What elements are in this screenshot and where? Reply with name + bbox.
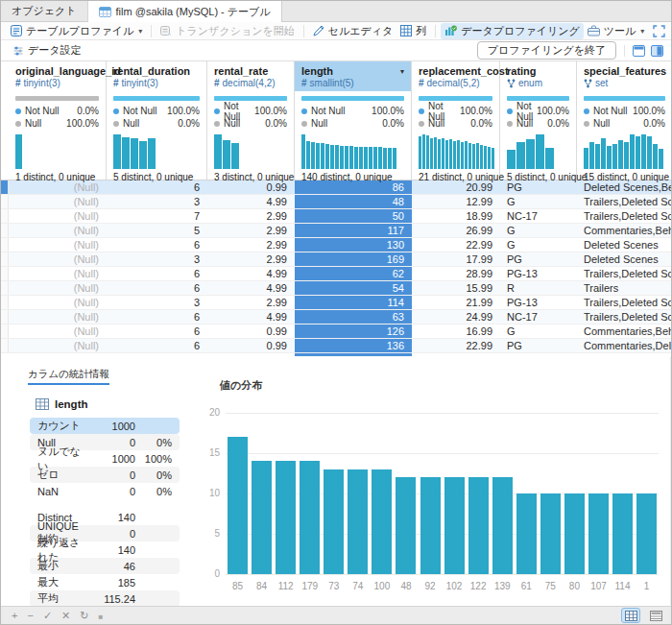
row-handle[interactable] xyxy=(1,224,9,237)
cell[interactable]: 63 xyxy=(295,310,412,324)
cell[interactable]: PG xyxy=(500,252,577,266)
data-settings-button[interactable]: データ設定 xyxy=(9,42,85,59)
panel-bottom-icon[interactable] xyxy=(633,45,645,57)
row-handle[interactable] xyxy=(1,195,9,208)
cell[interactable]: 2.99 xyxy=(207,252,295,266)
cell[interactable]: (Null) xyxy=(9,195,107,208)
cell[interactable]: (Null) xyxy=(9,325,107,338)
row-handle[interactable] xyxy=(1,296,9,309)
cell[interactable]: Commentaries,Deleted Sc xyxy=(577,339,671,352)
column-header[interactable]: rental_duration#tinyint(3) xyxy=(107,61,206,91)
cell[interactable]: 6 xyxy=(107,180,207,194)
table-row[interactable]: (Null)72.995018.99NC-17Trailers,Deleted … xyxy=(1,209,671,224)
cell[interactable]: 12.99 xyxy=(412,195,500,208)
cancel-icon[interactable]: ✕ xyxy=(61,610,70,621)
record-view-button[interactable] xyxy=(646,608,665,623)
stat-row[interactable]: 最小46 xyxy=(30,558,180,574)
cell[interactable]: G xyxy=(500,238,577,252)
row-handle[interactable] xyxy=(1,339,9,352)
cell[interactable]: 86 xyxy=(295,180,412,194)
cell[interactable]: 21.99 xyxy=(412,296,500,309)
cell[interactable]: Commentaries,Behind the xyxy=(577,325,671,338)
cell[interactable]: 5 xyxy=(107,224,207,237)
cell[interactable]: 0.99 xyxy=(207,325,295,338)
table-row[interactable]: (Null)62.9913022.99GDeleted Scenes xyxy=(1,238,671,252)
grid-view-button[interactable] xyxy=(621,608,640,623)
apply-icon[interactable]: ✓ xyxy=(43,610,52,621)
profile-card-length[interactable]: length▾#smallint(5)Not Null100.0%Null0.0… xyxy=(295,61,412,180)
cell[interactable]: (Null) xyxy=(9,310,107,324)
table-row[interactable]: (Null)64.995415.99RTrailers xyxy=(1,281,671,296)
cell[interactable]: 2.99 xyxy=(207,209,295,223)
row-handle[interactable] xyxy=(1,238,9,252)
row-handle[interactable] xyxy=(1,252,9,266)
cell[interactable]: Trailers,Deleted Scenes xyxy=(577,310,671,324)
cell[interactable]: 24.99 xyxy=(412,310,500,324)
cell[interactable]: 136 xyxy=(295,339,412,352)
cell[interactable]: PG-13 xyxy=(500,267,577,280)
cell[interactable]: 2.99 xyxy=(207,296,295,309)
column-menu-caret-icon[interactable]: ▾ xyxy=(400,67,404,76)
cell[interactable]: Deleted Scenes xyxy=(577,238,671,252)
add-icon[interactable]: + xyxy=(12,610,17,621)
panel-right-icon[interactable] xyxy=(651,45,663,57)
stat-row[interactable]: NaN00% xyxy=(30,483,180,499)
cell[interactable]: PG-13 xyxy=(500,296,577,309)
cell[interactable]: 54 xyxy=(295,281,412,295)
cell[interactable]: 4.99 xyxy=(207,310,295,324)
cell[interactable]: 26.99 xyxy=(412,224,500,237)
cell[interactable]: 6 xyxy=(107,267,207,280)
cell[interactable]: 6 xyxy=(107,310,207,324)
cell[interactable]: 2.99 xyxy=(207,224,295,237)
table-profile-button[interactable]: テーブルプロファイル ▾ xyxy=(7,23,146,39)
finish-profiling-button[interactable]: プロファイリングを終了 xyxy=(477,41,616,60)
cell[interactable]: 130 xyxy=(295,238,412,252)
cell[interactable]: (Null) xyxy=(9,267,107,280)
cell[interactable]: Deleted Scenes xyxy=(577,252,671,266)
cell-editor-button[interactable]: セルエディタ xyxy=(309,23,397,39)
row-handle[interactable] xyxy=(1,267,9,280)
column-header[interactable]: length▾#smallint(5) xyxy=(295,61,411,91)
cell[interactable]: (Null) xyxy=(9,209,107,223)
cell[interactable]: (Null) xyxy=(9,281,107,295)
cell[interactable]: R xyxy=(500,281,577,295)
cell[interactable]: Deleted Scenes,Behind the xyxy=(577,180,671,194)
cell[interactable]: 18.99 xyxy=(412,209,500,223)
stop-icon[interactable]: ■ xyxy=(99,613,104,621)
cell[interactable]: NC-17 xyxy=(500,310,577,324)
row-handle[interactable] xyxy=(1,310,9,324)
table-row[interactable]: (Null)60.9913622.99PGCommentaries,Delete… xyxy=(1,339,671,353)
cell[interactable]: (Null) xyxy=(9,339,107,352)
table-row[interactable]: (Null)34.994812.99GTrailers,Deleted Scen… xyxy=(1,195,671,209)
cell[interactable]: 6 xyxy=(107,339,207,352)
column-header[interactable]: original_language_id#tinyint(3) xyxy=(9,61,106,91)
profile-card-rental_rate[interactable]: rental_rate#decimal(4,2)Not Null100.0%Nu… xyxy=(207,61,295,180)
cell[interactable]: 114 xyxy=(295,296,412,309)
stat-row[interactable]: ゼロ00% xyxy=(30,467,180,483)
tab-column-statistics[interactable]: カラムの統計情報 xyxy=(28,368,109,385)
cell[interactable]: 7 xyxy=(107,209,207,223)
cell[interactable]: (Null) xyxy=(9,296,107,309)
cell[interactable]: 4.99 xyxy=(207,267,295,280)
cell[interactable]: 16.99 xyxy=(412,325,500,338)
column-header[interactable]: ratingenum xyxy=(500,61,576,91)
cell[interactable]: 3 xyxy=(107,296,207,309)
cell[interactable]: 6 xyxy=(107,238,207,252)
cell[interactable]: Commentaries,Behind the xyxy=(577,224,671,237)
stat-row[interactable]: ヌルでない1000100% xyxy=(30,450,180,467)
cell[interactable]: 169 xyxy=(295,252,412,266)
cell[interactable]: 48 xyxy=(295,195,412,208)
cell[interactable]: Trailers,Deleted Scenes xyxy=(577,296,671,309)
cell[interactable]: 4.99 xyxy=(207,281,295,295)
cell[interactable]: 117 xyxy=(295,224,412,237)
table-row[interactable]: (Null)32.9911421.99PG-13Trailers,Deleted… xyxy=(1,296,671,310)
table-row[interactable]: (Null)60.9912616.99GCommentaries,Behind … xyxy=(1,325,671,339)
profile-card-special_features[interactable]: special_featuressetNot Null100.0%Null0.0… xyxy=(577,61,672,180)
row-handle[interactable] xyxy=(1,325,9,338)
cell[interactable]: NC-17 xyxy=(500,209,577,223)
cell[interactable]: PG xyxy=(500,180,577,194)
cell[interactable]: 6 xyxy=(107,281,207,295)
cell[interactable]: 28.99 xyxy=(412,267,500,280)
column-header[interactable]: rental_rate#decimal(4,2) xyxy=(207,61,294,91)
refresh-icon[interactable]: ↻ xyxy=(80,610,88,621)
